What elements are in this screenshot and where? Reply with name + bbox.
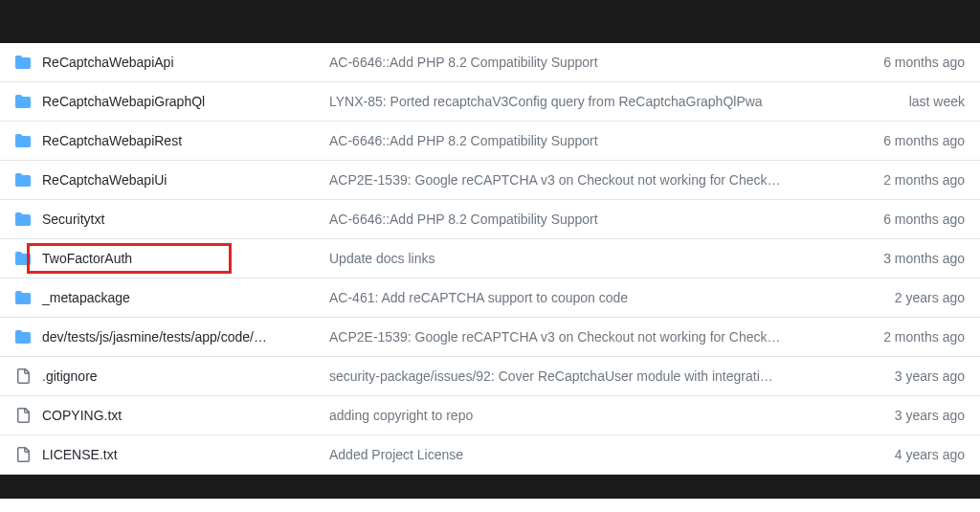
folder-icon [15,133,42,148]
commit-age: last week [850,94,965,109]
file-name-link[interactable]: ReCaptchaWebapiRest [42,133,182,148]
table-row: SecuritytxtAC-6646::Add PHP 8.2 Compatib… [0,200,980,239]
table-row: ReCaptchaWebapiGraphQlLYNX-85: Ported re… [0,82,980,122]
commit-message-link[interactable]: Update docs links [329,251,435,266]
file-name-link[interactable]: Securitytxt [42,211,104,227]
commit-age: 6 months ago [850,133,965,148]
file-name-link[interactable]: ReCaptchaWebapiGraphQl [42,94,205,109]
commit-age: 2 years ago [850,290,965,305]
folder-icon [15,329,42,345]
commit-message-link[interactable]: AC-461: Add reCAPTCHA support to coupon … [329,290,628,305]
file-name-link[interactable]: COPYING.txt [42,408,122,423]
table-row: LICENSE.txtAdded Project License4 years … [0,435,980,475]
file-list: ReCaptchaWebapiApiAC-6646::Add PHP 8.2 C… [0,43,980,475]
folder-icon [15,172,42,188]
file-icon [15,408,42,423]
file-name-link[interactable]: ReCaptchaWebapiApi [42,55,174,70]
commit-age: 3 years ago [850,368,965,384]
window-top-bar [0,0,980,43]
folder-icon [15,290,42,305]
commit-age: 2 months ago [850,329,965,345]
commit-message-link[interactable]: AC-6646::Add PHP 8.2 Compatibility Suppo… [329,211,598,227]
commit-age: 2 months ago [850,172,965,188]
table-row: .gitignoresecurity-package/issues/92: Co… [0,357,980,396]
commit-message-link[interactable]: Added Project License [329,447,463,462]
file-name-link[interactable]: _metapackage [42,290,130,305]
commit-message-link[interactable]: AC-6646::Add PHP 8.2 Compatibility Suppo… [329,133,598,148]
commit-message-link[interactable]: security-package/issues/92: Cover ReCapt… [329,368,773,384]
table-row: ReCaptchaWebapiRestAC-6646::Add PHP 8.2 … [0,122,980,161]
table-row: _metapackageAC-461: Add reCAPTCHA suppor… [0,278,980,318]
table-row: COPYING.txtadding copyright to repo3 yea… [0,396,980,435]
commit-message-link[interactable]: adding copyright to repo [329,408,473,423]
file-icon [15,368,42,384]
commit-age: 4 years ago [850,447,965,462]
table-row: ReCaptchaWebapiApiAC-6646::Add PHP 8.2 C… [0,43,980,82]
table-row: ReCaptchaWebapiUiACP2E-1539: Google reCA… [0,161,980,200]
file-icon [15,447,42,462]
commit-age: 3 years ago [850,408,965,423]
commit-message-link[interactable]: ACP2E-1539: Google reCAPTCHA v3 on Check… [329,329,781,345]
commit-age: 6 months ago [850,55,965,70]
commit-message-link[interactable]: ACP2E-1539: Google reCAPTCHA v3 on Check… [329,172,781,188]
table-row: dev/tests/js/jasmine/tests/app/code/…ACP… [0,318,980,357]
file-name-link[interactable]: TwoFactorAuth [42,251,132,266]
table-row: TwoFactorAuthUpdate docs links3 months a… [0,239,980,278]
file-name-link[interactable]: LICENSE.txt [42,447,118,462]
commit-message-link[interactable]: LYNX-85: Ported recaptchaV3Config query … [329,94,763,109]
window-bottom-bar [0,475,980,499]
file-name-link[interactable]: ReCaptchaWebapiUi [42,172,167,188]
commit-message-link[interactable]: AC-6646::Add PHP 8.2 Compatibility Suppo… [329,55,598,70]
folder-icon [15,94,42,109]
commit-age: 3 months ago [850,251,965,266]
file-name-link[interactable]: dev/tests/js/jasmine/tests/app/code/… [42,329,267,345]
commit-age: 6 months ago [850,211,965,227]
file-name-link[interactable]: .gitignore [42,368,98,384]
folder-icon [15,55,42,70]
folder-icon [15,211,42,227]
folder-icon [15,251,42,266]
